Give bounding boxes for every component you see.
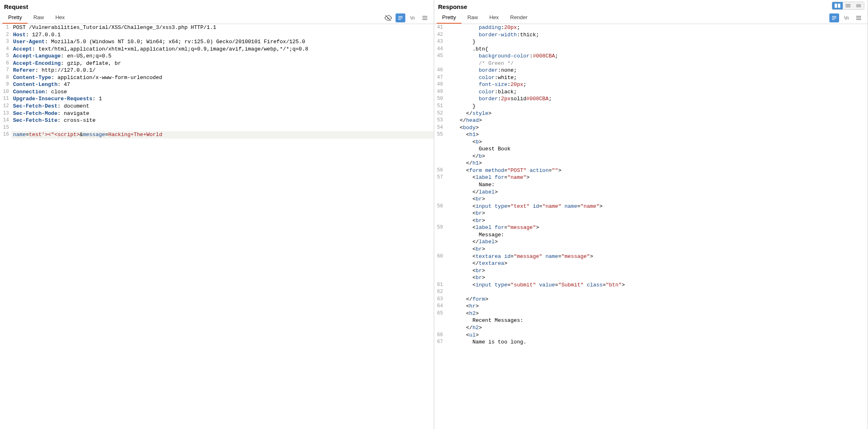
layout-columns-icon[interactable] [832, 2, 843, 9]
code-content[interactable]: </h1> [446, 160, 868, 167]
code-content[interactable]: color:white; [446, 74, 868, 81]
code-content[interactable]: </textarea> [446, 260, 868, 267]
code-content[interactable]: Name: [446, 181, 868, 189]
code-content[interactable]: .btn{ [446, 46, 868, 53]
code-content[interactable]: Content-Length: 47 [11, 81, 434, 88]
code-line[interactable]: </label> [434, 238, 868, 246]
code-line[interactable]: 62 [434, 288, 868, 296]
code-line[interactable]: 57 <label for="name"> [434, 174, 868, 181]
code-line[interactable]: 59 <label for="message"> [434, 224, 868, 231]
code-content[interactable]: border-width:thick; [446, 31, 868, 39]
code-line[interactable]: </label> [434, 189, 868, 196]
code-content[interactable]: <br> [446, 196, 868, 203]
code-line[interactable]: <br> [434, 274, 868, 282]
tab-raw[interactable]: Raw [28, 12, 50, 24]
code-line[interactable]: 15 [0, 124, 434, 132]
code-line[interactable]: 4Accept: text/html,application/xhtml+xml… [0, 46, 434, 53]
code-line[interactable]: 47 color:white; [434, 74, 868, 81]
code-line[interactable]: 55 <h1> [434, 131, 868, 139]
code-line[interactable]: <br> [434, 196, 868, 203]
code-line[interactable]: 60 <textarea id="message" name="message"… [434, 253, 868, 260]
code-line[interactable]: 46 border:none; [434, 67, 868, 74]
code-content[interactable]: <h1> [446, 131, 868, 139]
show-whitespace-icon[interactable]: \n [408, 13, 418, 22]
code-content[interactable]: <b> [446, 139, 868, 146]
code-line[interactable]: Recent Messages: [434, 317, 868, 324]
code-content[interactable]: /* Green */ [446, 60, 868, 67]
request-code-editor[interactable]: 1POST /Vulnerabilities_Tutorial/XSS/Chal… [0, 24, 434, 429]
code-content[interactable]: <br> [446, 246, 868, 253]
code-content[interactable]: Recent Messages: [446, 317, 868, 324]
code-content[interactable]: <textarea id="message" name="message"> [446, 253, 868, 260]
tab-pretty[interactable]: Pretty [2, 12, 28, 24]
show-whitespace-icon[interactable]: \n [842, 13, 851, 22]
code-line[interactable]: 49 color:black; [434, 88, 868, 96]
code-line[interactable]: 41 padding:20px; [434, 24, 868, 31]
code-line[interactable]: </b> [434, 153, 868, 160]
code-line[interactable]: 51 } [434, 103, 868, 110]
code-content[interactable]: <label for="name"> [446, 174, 868, 181]
code-line[interactable]: Message: [434, 231, 868, 239]
code-content[interactable]: </h2> [446, 324, 868, 332]
hamburger-icon[interactable] [854, 13, 864, 22]
code-line[interactable]: <br> [434, 217, 868, 224]
code-line[interactable]: 63 </form> [434, 296, 868, 303]
code-content[interactable]: <hr> [446, 303, 868, 310]
code-line[interactable]: 53 </head> [434, 117, 868, 124]
code-line[interactable]: 8Content-Type: application/x-www-form-ur… [0, 74, 434, 81]
code-line[interactable]: Guest Book [434, 145, 868, 153]
code-line[interactable]: 48 font-size:20px; [434, 81, 868, 88]
code-content[interactable]: Guest Book [446, 145, 868, 153]
code-content[interactable]: Name is too long. [446, 339, 868, 346]
code-line[interactable]: </textarea> [434, 260, 868, 267]
code-line[interactable]: 5Accept-Language: en-US,en;q=0.5 [0, 53, 434, 60]
code-content[interactable]: <body> [446, 124, 868, 132]
tab-pretty[interactable]: Pretty [437, 12, 462, 24]
code-content[interactable]: color:black; [446, 88, 868, 96]
code-line[interactable]: 54 <body> [434, 124, 868, 132]
code-line[interactable]: <br> [434, 246, 868, 253]
code-line[interactable]: 50 border:2pxsolid#008CBA; [434, 95, 868, 103]
code-content[interactable]: padding:20px; [446, 24, 868, 31]
code-line[interactable]: <br> [434, 210, 868, 217]
code-line[interactable]: 16name=test'><"<script>&message=Hacking+… [0, 131, 434, 139]
code-content[interactable]: <br> [446, 217, 868, 224]
visibility-off-icon[interactable] [383, 13, 393, 22]
wrap-lines-icon[interactable] [396, 13, 405, 22]
code-content[interactable]: <label for="message"> [446, 224, 868, 231]
tab-raw[interactable]: Raw [461, 12, 483, 24]
code-line[interactable]: Name: [434, 181, 868, 189]
code-content[interactable]: Sec-Fetch-Mode: navigate [11, 110, 434, 117]
code-content[interactable]: <h2> [446, 310, 868, 317]
code-content[interactable]: <br> [446, 210, 868, 217]
code-content[interactable] [11, 124, 434, 132]
code-line[interactable]: 11Upgrade-Insecure-Requests: 1 [0, 95, 434, 103]
code-content[interactable]: font-size:20px; [446, 81, 868, 88]
code-content[interactable]: </head> [446, 117, 868, 124]
wrap-lines-icon[interactable] [829, 13, 839, 22]
layout-rows-icon[interactable] [843, 2, 853, 9]
code-line[interactable]: 64 <hr> [434, 303, 868, 310]
code-line[interactable]: 66 <ul> [434, 332, 868, 339]
code-content[interactable]: Referer: http://127.0.0.1/ [11, 67, 434, 74]
code-content[interactable]: </label> [446, 189, 868, 196]
code-content[interactable]: Connection: close [11, 88, 434, 96]
code-content[interactable]: border:2pxsolid#008CBA; [446, 95, 868, 103]
code-line[interactable]: 14Sec-Fetch-Site: cross-site [0, 117, 434, 124]
code-content[interactable]: name=test'><"<script>&message=Hacking+Th… [11, 131, 434, 139]
code-line[interactable]: 67 Name is too long. [434, 339, 868, 346]
code-line[interactable]: /* Green */ [434, 60, 868, 67]
code-line[interactable]: 7Referer: http://127.0.0.1/ [0, 67, 434, 74]
code-content[interactable]: <br> [446, 267, 868, 275]
code-content[interactable]: Accept-Encoding: gzip, deflate, br [11, 60, 434, 67]
code-line[interactable]: 61 <input type="submit" value="Submit" c… [434, 282, 868, 289]
code-line[interactable]: 65 <h2> [434, 310, 868, 317]
code-content[interactable] [446, 288, 868, 296]
code-content[interactable]: <input type="text" id="name" name="name"… [446, 203, 868, 210]
code-content[interactable]: <input type="submit" value="Submit" clas… [446, 282, 868, 289]
code-line[interactable]: 44 .btn{ [434, 46, 868, 53]
code-content[interactable]: </form> [446, 296, 868, 303]
code-content[interactable]: </b> [446, 153, 868, 160]
code-line[interactable]: 12Sec-Fetch-Dest: document [0, 103, 434, 110]
code-content[interactable]: Accept-Language: en-US,en;q=0.5 [11, 53, 434, 60]
